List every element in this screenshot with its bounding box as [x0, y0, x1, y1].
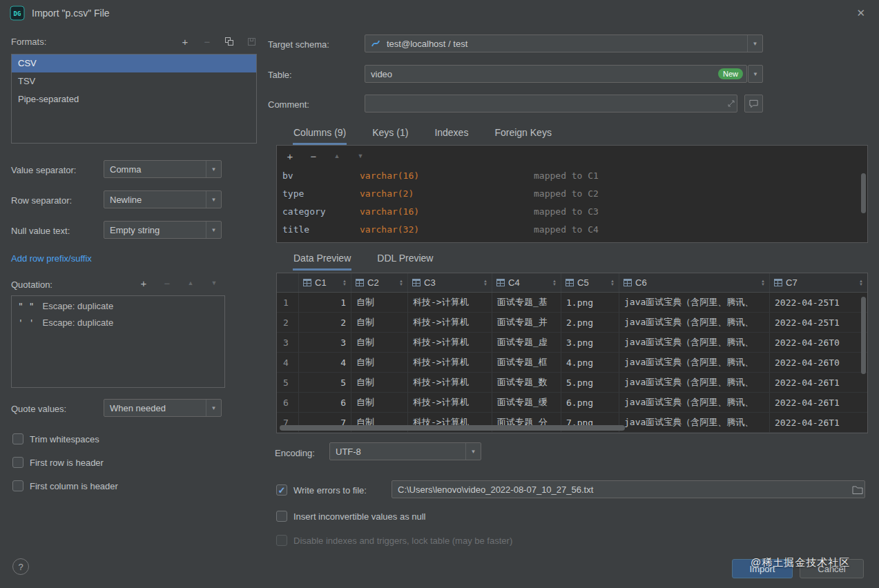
row-number[interactable]: 6 [277, 393, 299, 413]
grid-cell[interactable]: 2 [299, 313, 351, 333]
row-number[interactable]: 5 [277, 373, 299, 393]
table-name-input[interactable]: video New [365, 65, 747, 83]
help-button[interactable]: ? [12, 558, 29, 575]
grid-cell[interactable]: 2022-04-26T1 [770, 393, 868, 413]
grid-cell[interactable]: 自制 [351, 373, 408, 393]
sort-icon[interactable]: ▲▼ [399, 280, 403, 286]
table-select-arrow[interactable]: ▼ [748, 65, 763, 83]
grid-cell[interactable]: 自制 [351, 293, 408, 313]
column-definition-row[interactable]: categoryvarchar(16)mapped to C3 [277, 202, 867, 220]
null-value-select[interactable]: Empty string ▼ [104, 221, 222, 239]
grid-cell[interactable]: 2.png [561, 313, 619, 333]
sort-icon[interactable]: ▲▼ [761, 280, 765, 286]
tab-keys-1[interactable]: Keys (1) [371, 124, 409, 145]
grid-cell[interactable]: 面试专题_并 [492, 313, 561, 333]
add-format-icon[interactable]: + [180, 36, 191, 47]
grid-cell[interactable]: 3 [299, 333, 351, 353]
move-column-down-icon[interactable]: ▼ [355, 150, 366, 161]
column-definition-row[interactable]: bvvarchar(16)mapped to C1 [277, 166, 867, 184]
grid-hscrollbar[interactable] [280, 425, 625, 431]
target-schema-select[interactable]: test@localhost / test ▼ [365, 35, 763, 52]
first-column-header-checkbox[interactable]: First column is header [12, 480, 118, 492]
grid-cell[interactable]: 2022-04-26T1 [770, 373, 868, 393]
sort-icon[interactable]: ▲▼ [342, 280, 347, 286]
grid-cell[interactable]: java面试宝典（含阿里、腾讯、 [619, 393, 770, 413]
column-header-c6[interactable]: C6▲▼ [619, 273, 770, 292]
sort-icon[interactable]: ▲▼ [859, 280, 863, 286]
grid-cell[interactable]: 4 [299, 353, 351, 373]
grid-cell[interactable]: java面试宝典（含阿里、腾讯、 [619, 373, 770, 393]
value-separator-select[interactable]: Comma ▼ [104, 160, 222, 178]
grid-cell[interactable]: java面试宝典（含阿里、腾讯、 [619, 313, 770, 333]
grid-cell[interactable]: 面试专题_缓 [492, 393, 561, 413]
grid-cell[interactable]: 自制 [351, 393, 408, 413]
quote-values-select[interactable]: When needed ▼ [104, 399, 222, 417]
tab-indexes[interactable]: Indexes [434, 124, 469, 145]
grid-cell[interactable]: 面试专题_框 [492, 353, 561, 373]
copy-format-icon[interactable] [224, 36, 235, 47]
grid-cell[interactable]: 2022-04-25T1 [770, 293, 868, 313]
remove-format-icon[interactable]: − [202, 36, 213, 47]
tab-columns-9[interactable]: Columns (9) [293, 124, 347, 145]
add-row-prefix-suffix-link[interactable]: Add row prefix/suffix [11, 253, 92, 265]
grid-cell[interactable]: 2022-04-26T1 [770, 413, 868, 433]
quotation-item[interactable]: ' ' Escape: duplicate [12, 313, 224, 329]
move-down-icon[interactable]: ▼ [209, 277, 220, 288]
column-header-c1[interactable]: C1▲▼ [299, 273, 351, 292]
remove-column-icon[interactable]: − [308, 150, 319, 161]
grid-cell[interactable]: 2022-04-26T0 [770, 333, 868, 353]
tab-ddl-preview[interactable]: DDL Preview [376, 250, 434, 271]
columns-scrollbar[interactable] [861, 173, 866, 213]
column-header-c2[interactable]: C2▲▼ [351, 273, 408, 292]
grid-cell[interactable]: 科技->计算机 [408, 373, 492, 393]
format-item-tsv[interactable]: TSV [12, 72, 256, 90]
grid-cell[interactable]: 面试专题_虚 [492, 333, 561, 353]
tab-data-preview[interactable]: Data Preview [293, 250, 351, 271]
row-number[interactable]: 1 [277, 293, 299, 313]
row-number[interactable]: 3 [277, 333, 299, 353]
trim-whitespaces-checkbox[interactable]: Trim whitespaces [12, 433, 99, 445]
grid-cell[interactable]: 3.png [561, 333, 619, 353]
grid-vscrollbar[interactable] [861, 297, 866, 374]
first-row-header-checkbox[interactable]: First row is header [12, 456, 104, 469]
grid-cell[interactable]: 6 [299, 393, 351, 413]
grid-cell[interactable]: 1 [299, 293, 351, 313]
row-number[interactable]: 4 [277, 353, 299, 373]
remove-quotation-icon[interactable]: − [162, 277, 173, 288]
grid-cell[interactable]: 科技->计算机 [408, 333, 492, 353]
grid-cell[interactable]: 科技->计算机 [408, 353, 492, 373]
comment-input[interactable] [365, 95, 737, 112]
grid-cell[interactable]: java面试宝典（含阿里、腾讯、 [619, 293, 770, 313]
grid-cell[interactable]: 2022-04-26T0 [770, 353, 868, 373]
add-quotation-icon[interactable]: + [138, 277, 149, 288]
move-up-icon[interactable]: ▲ [185, 277, 196, 288]
column-header-c5[interactable]: C5▲▼ [561, 273, 619, 292]
column-header-c3[interactable]: C3▲▼ [408, 273, 492, 292]
grid-cell[interactable]: java面试宝典（含阿里、腾讯、 [619, 413, 770, 433]
grid-cell[interactable]: java面试宝典（含阿里、腾讯、 [619, 333, 770, 353]
grid-cell[interactable]: 5.png [561, 373, 619, 393]
insert-inconvertible-checkbox[interactable]: Insert inconvertible values as null [276, 510, 426, 522]
format-item-pipe-separated[interactable]: Pipe-separated [12, 90, 256, 108]
grid-cell[interactable]: 科技->计算机 [408, 313, 492, 333]
tab-foreign-keys[interactable]: Foreign Keys [494, 124, 552, 145]
expand-icon[interactable] [727, 99, 735, 108]
column-header-c7[interactable]: C7▲▼ [770, 273, 868, 292]
sort-icon[interactable]: ▲▼ [552, 280, 557, 286]
close-icon[interactable]: ✕ [852, 6, 869, 21]
row-number[interactable]: 2 [277, 313, 299, 333]
grid-cell[interactable]: 1.png [561, 293, 619, 313]
column-definition-row[interactable]: titlevarchar(32)mapped to C4 [277, 220, 867, 238]
grid-cell[interactable]: 科技->计算机 [408, 393, 492, 413]
add-column-icon[interactable]: + [284, 150, 296, 161]
folder-icon[interactable] [852, 485, 863, 494]
quotation-item[interactable]: " " Escape: duplicate [12, 296, 224, 313]
grid-cell[interactable]: 自制 [351, 313, 408, 333]
grid-cell[interactable]: 4.png [561, 353, 619, 373]
save-format-icon[interactable] [246, 36, 257, 47]
comment-button[interactable] [744, 95, 763, 112]
grid-cell[interactable]: 自制 [351, 353, 408, 373]
grid-cell[interactable]: java面试宝典（含阿里、腾讯、 [619, 353, 770, 373]
grid-cell[interactable]: 面试专题_基 [492, 293, 561, 313]
grid-cell[interactable]: 科技->计算机 [408, 293, 492, 313]
